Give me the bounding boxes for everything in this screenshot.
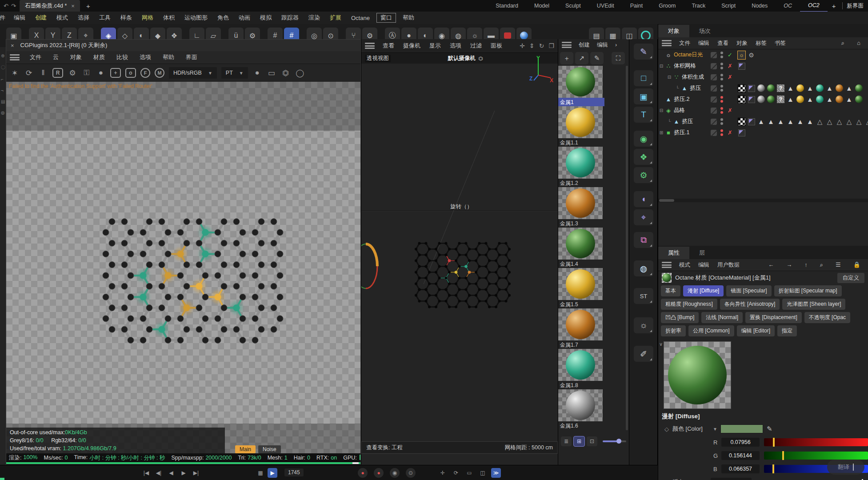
selection-tag-icon[interactable]: ▲: [846, 84, 852, 92]
viewer-menu-云[interactable]: 云: [48, 53, 64, 61]
material-tag-icon[interactable]: [816, 84, 824, 92]
channel-光泽图层--Sheen-layer-[interactable]: 光泽图层 [Sheen layer]: [782, 299, 845, 310]
hamburger-icon[interactable]: [562, 42, 572, 48]
material-thumbnail[interactable]: [558, 147, 603, 179]
graphene-wireframe[interactable]: [405, 235, 520, 315]
globe-icon[interactable]: ◍: [634, 260, 653, 276]
symmetry-icon[interactable]: ⧉: [634, 232, 653, 248]
visibility-dots[interactable]: [720, 85, 723, 92]
layout-tab-paint[interactable]: Paint: [622, 0, 651, 12]
filter-icon[interactable]: ☰: [832, 261, 845, 268]
om-menu-文件[interactable]: 文件: [675, 40, 694, 47]
visibility-dots[interactable]: [720, 96, 723, 103]
visibility-dots[interactable]: [720, 74, 723, 80]
menu-item-动画[interactable]: 动画: [234, 14, 255, 22]
region-render-icon[interactable]: R: [52, 68, 63, 78]
viewport-menu-面板[interactable]: 面板: [486, 42, 507, 50]
menu-item-编辑[interactable]: 编辑: [9, 14, 30, 22]
diffuse-color-swatch[interactable]: [720, 424, 763, 433]
selection-tag-icon[interactable]: ▲: [807, 84, 813, 92]
object-name[interactable]: 挤压.1: [672, 129, 689, 136]
octane-tag-icon[interactable]: [738, 129, 745, 136]
delete-material-icon[interactable]: ⛶: [612, 52, 625, 64]
render-pass-tab-main[interactable]: Main: [235, 445, 256, 453]
sky-icon[interactable]: ☼: [634, 317, 653, 333]
channel-法线--Normal-[interactable]: 法线 [Normal]: [701, 312, 743, 323]
material-thumbnail[interactable]: [558, 389, 603, 421]
close-tab-icon[interactable]: ×: [71, 3, 75, 9]
cube-icon[interactable]: ▣: [634, 88, 653, 104]
material-item[interactable]: 金属1.7: [558, 308, 604, 349]
translate-overlay-badge[interactable]: 翻译: [827, 460, 864, 475]
material-name[interactable]: 金属1.6: [558, 421, 604, 430]
material-tag-icon[interactable]: [836, 84, 843, 92]
material-thumbnail[interactable]: [558, 308, 603, 340]
search-icon[interactable]: ⌕: [837, 40, 848, 47]
enabled-check-icon[interactable]: ✓: [728, 52, 732, 58]
layout-tab-oc2[interactable]: OC2: [800, 0, 828, 12]
rotate-icon[interactable]: ↻: [539, 42, 544, 49]
material-tag-icon[interactable]: [796, 96, 804, 103]
collapse-caret-icon[interactable]: ∨: [659, 341, 663, 347]
octane-tag-icon[interactable]: [738, 63, 745, 70]
thumbnail-size-slider[interactable]: [603, 440, 626, 442]
channel-置换--Displacement-[interactable]: 置换 [Displacement]: [745, 312, 802, 323]
clay-mode-icon[interactable]: ◯: [295, 68, 305, 78]
deformer-icon[interactable]: ◖: [634, 191, 653, 207]
rotate-gizmo[interactable]: [361, 242, 380, 291]
add-material-icon[interactable]: ＋: [560, 52, 573, 64]
editor-toggle-icon[interactable]: [711, 119, 717, 125]
axis-center-icon[interactable]: ⌖: [634, 209, 653, 225]
visibility-dots[interactable]: [720, 63, 723, 69]
focus-picker-icon[interactable]: F: [140, 68, 150, 78]
live-viewer-titlebar[interactable]: × CGPlugins 2022.1-[R8] (0 天剩余): [6, 40, 360, 51]
add-layout-button[interactable]: +: [828, 2, 840, 10]
plane-icon[interactable]: □: [634, 70, 653, 86]
attr-menu-编辑[interactable]: 编辑: [694, 261, 713, 269]
search-icon[interactable]: ⌕: [816, 261, 827, 268]
expand-timeline-icon[interactable]: ≫: [491, 468, 501, 478]
colorspace-select[interactable]: HDR/sRGB▼: [169, 67, 217, 79]
material-ball-icon[interactable]: ●: [96, 68, 106, 77]
material-tag-icon[interactable]: [855, 84, 863, 92]
channel-不透明度--Opac[interactable]: 不透明度 [Opac: [804, 312, 850, 323]
channel-镜面--Specular-[interactable]: 镜面 [Specular]: [726, 285, 771, 296]
phong-tag-icon[interactable]: [738, 96, 746, 104]
material-thumbnail[interactable]: [558, 187, 603, 219]
hamburger-icon[interactable]: [662, 262, 672, 268]
rotation-key-icon[interactable]: ⟳: [451, 468, 461, 478]
material-tag-icon[interactable]: [796, 84, 804, 92]
nav-back-icon[interactable]: ↶: [4, 3, 8, 9]
timeline-mode-icon[interactable]: ▦: [256, 468, 265, 478]
object-row[interactable]: └▲挤压▲▲▲▲▲▲△△△△△△: [658, 116, 868, 127]
b-value-field[interactable]: 0.066357: [721, 464, 760, 473]
material-name[interactable]: 金属1.4: [558, 260, 604, 268]
channel-折射贴图--Specular-map-[interactable]: 折射贴图 [Specular map]: [774, 285, 842, 296]
visibility-dots[interactable]: [720, 52, 723, 58]
visibility-dots[interactable]: [720, 129, 723, 136]
lock-icon[interactable]: 🔒: [849, 261, 864, 268]
octane-tag-icon[interactable]: [748, 96, 755, 103]
selection-tag-icon[interactable]: ▲: [807, 96, 813, 103]
new-interface-button[interactable]: 新界面: [844, 2, 868, 10]
material-tag-icon[interactable]: [767, 96, 775, 103]
selection-tag-outline-icon[interactable]: △: [817, 118, 823, 126]
unknown-material-tag[interactable]: ?: [777, 84, 784, 92]
layout-tab-nodes[interactable]: Nodes: [744, 0, 776, 12]
object-row[interactable]: ⊟◈晶格✗: [658, 105, 868, 116]
scale-key-icon[interactable]: ▭: [464, 468, 474, 478]
hamburger-icon[interactable]: [662, 40, 672, 46]
attr-menu-用户数据[interactable]: 用户数据: [713, 261, 744, 269]
unknown-material-tag[interactable]: ?: [777, 96, 784, 103]
selection-tag-icon[interactable]: ▲: [826, 96, 833, 103]
viewer-menu-比较[interactable]: 比较: [112, 53, 133, 61]
selection-tag-outline-icon[interactable]: △: [856, 118, 862, 126]
menu-item-渲染[interactable]: 渲染: [304, 14, 325, 22]
attr-menu-模式[interactable]: 模式: [675, 261, 694, 269]
object-row[interactable]: ☼Octane日光✓☼⚙: [658, 49, 868, 60]
menu-item-模式[interactable]: 模式: [52, 14, 73, 22]
play-backward-icon[interactable]: ◀: [166, 468, 176, 478]
visibility-dots[interactable]: [720, 107, 723, 114]
material-name[interactable]: 金属1.7: [558, 340, 604, 349]
menu-item-clipped[interactable]: 文件: [0, 14, 9, 22]
